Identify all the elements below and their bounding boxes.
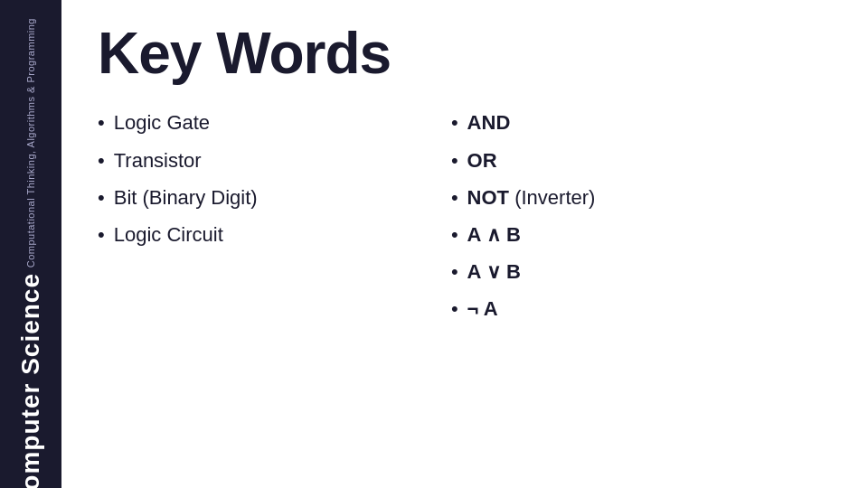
bullet-icon: • bbox=[451, 182, 458, 213]
bullet-icon: • bbox=[98, 219, 105, 250]
right-list: • AND • OR • NOT (Inverter) • A ∧ B • A … bbox=[451, 107, 832, 466]
sidebar: Computational Thinking, Algorithms & Pro… bbox=[0, 0, 61, 488]
bullet-label: ¬ A bbox=[467, 293, 498, 324]
bullet-icon: • bbox=[98, 107, 105, 138]
bullet-label: Logic Gate bbox=[114, 107, 210, 138]
bullet-label: A ∨ B bbox=[467, 256, 521, 287]
list-item: • NOT (Inverter) bbox=[451, 182, 832, 213]
sidebar-title: Computer Science bbox=[16, 273, 45, 488]
bullet-icon: • bbox=[451, 219, 458, 250]
list-item: • A ∧ B bbox=[451, 219, 832, 250]
list-item: • OR bbox=[451, 145, 832, 176]
bullet-label: AND bbox=[467, 107, 511, 138]
bullet-label: Logic Circuit bbox=[114, 219, 223, 250]
bullet-icon: • bbox=[451, 107, 458, 138]
main-content: Key Words • Logic Gate • Transistor • Bi… bbox=[61, 0, 868, 488]
bullet-label: A ∧ B bbox=[467, 219, 521, 250]
bullet-icon: • bbox=[98, 145, 105, 176]
bullet-label: OR bbox=[467, 145, 497, 176]
not-normal: (Inverter) bbox=[509, 186, 595, 209]
bullet-icon: • bbox=[98, 182, 105, 213]
list-item: • Logic Circuit bbox=[98, 219, 415, 250]
sidebar-subtitle: Computational Thinking, Algorithms & Pro… bbox=[25, 18, 36, 267]
bullet-icon: • bbox=[451, 293, 458, 324]
list-item: • Bit (Binary Digit) bbox=[98, 182, 415, 213]
sidebar-text-area: Computational Thinking, Algorithms & Pro… bbox=[16, 18, 45, 488]
list-item: • Transistor bbox=[98, 145, 415, 176]
list-item: • Logic Gate bbox=[98, 107, 415, 138]
left-list: • Logic Gate • Transistor • Bit (Binary … bbox=[98, 107, 415, 466]
bullet-label: NOT (Inverter) bbox=[467, 182, 596, 213]
page-title: Key Words bbox=[98, 22, 832, 85]
bullet-icon: • bbox=[451, 256, 458, 287]
list-item: • AND bbox=[451, 107, 832, 138]
list-item: • A ∨ B bbox=[451, 256, 832, 287]
list-item: • ¬ A bbox=[451, 293, 832, 324]
content-area: • Logic Gate • Transistor • Bit (Binary … bbox=[98, 107, 832, 466]
bullet-label: Transistor bbox=[114, 145, 202, 176]
bullet-label: Bit (Binary Digit) bbox=[114, 182, 258, 213]
not-bold: NOT bbox=[467, 186, 509, 209]
bullet-icon: • bbox=[451, 145, 458, 176]
